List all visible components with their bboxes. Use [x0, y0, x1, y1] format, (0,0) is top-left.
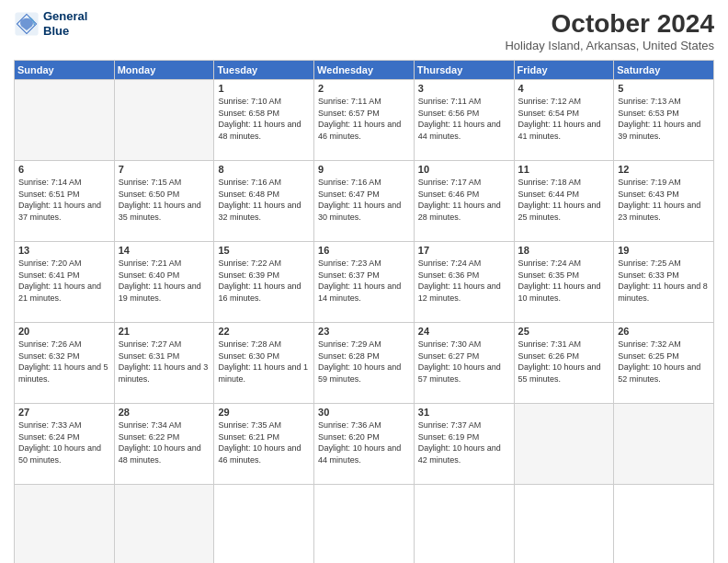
calendar-cell: [114, 80, 214, 161]
weekday-header-thursday: Thursday: [414, 61, 514, 80]
day-info: Sunrise: 7:16 AM Sunset: 6:47 PM Dayligh…: [318, 177, 410, 223]
weekday-header-sunday: Sunday: [15, 61, 115, 80]
calendar-cell: 5Sunrise: 7:13 AM Sunset: 6:53 PM Daylig…: [614, 80, 714, 161]
day-info: Sunrise: 7:24 AM Sunset: 6:36 PM Dayligh…: [418, 258, 510, 304]
calendar-cell: 3Sunrise: 7:11 AM Sunset: 6:56 PM Daylig…: [414, 80, 514, 161]
day-info: Sunrise: 7:34 AM Sunset: 6:22 PM Dayligh…: [119, 419, 210, 465]
logo-text: General Blue: [43, 9, 87, 38]
calendar-cell: 13Sunrise: 7:20 AM Sunset: 6:41 PM Dayli…: [15, 242, 115, 323]
calendar-cell: [614, 485, 714, 564]
calendar-cell: 16Sunrise: 7:23 AM Sunset: 6:37 PM Dayli…: [314, 242, 415, 323]
logo: General Blue: [14, 9, 87, 38]
day-number: 9: [318, 164, 410, 175]
day-info: Sunrise: 7:20 AM Sunset: 6:41 PM Dayligh…: [18, 258, 110, 304]
calendar-cell: 26Sunrise: 7:32 AM Sunset: 6:25 PM Dayli…: [614, 323, 714, 404]
calendar-cell: 14Sunrise: 7:21 AM Sunset: 6:40 PM Dayli…: [114, 242, 214, 323]
calendar-cell: 2Sunrise: 7:11 AM Sunset: 6:57 PM Daylig…: [314, 80, 415, 161]
calendar-cell: [314, 485, 415, 564]
day-info: Sunrise: 7:25 AM Sunset: 6:33 PM Dayligh…: [618, 258, 710, 304]
day-number: 25: [518, 326, 610, 337]
day-info: Sunrise: 7:24 AM Sunset: 6:35 PM Dayligh…: [518, 258, 610, 304]
calendar-cell: 4Sunrise: 7:12 AM Sunset: 6:54 PM Daylig…: [514, 80, 614, 161]
day-info: Sunrise: 7:21 AM Sunset: 6:40 PM Dayligh…: [119, 258, 210, 304]
day-number: 17: [418, 245, 510, 256]
day-info: Sunrise: 7:13 AM Sunset: 6:53 PM Dayligh…: [618, 96, 710, 142]
calendar-cell: 25Sunrise: 7:31 AM Sunset: 6:26 PM Dayli…: [514, 323, 614, 404]
day-number: 10: [418, 164, 510, 175]
calendar-cell: 22Sunrise: 7:28 AM Sunset: 6:30 PM Dayli…: [214, 323, 314, 404]
calendar-cell: 11Sunrise: 7:18 AM Sunset: 6:44 PM Dayli…: [514, 161, 614, 242]
header: General Blue October 2024 Holiday Island…: [14, 9, 714, 52]
calendar-cell: 8Sunrise: 7:16 AM Sunset: 6:48 PM Daylig…: [214, 161, 314, 242]
calendar-cell: 29Sunrise: 7:35 AM Sunset: 6:21 PM Dayli…: [214, 404, 314, 485]
calendar-cell: 27Sunrise: 7:33 AM Sunset: 6:24 PM Dayli…: [15, 404, 115, 485]
calendar-table: SundayMondayTuesdayWednesdayThursdayFrid…: [14, 60, 714, 563]
day-info: Sunrise: 7:27 AM Sunset: 6:31 PM Dayligh…: [119, 339, 210, 385]
calendar-cell: 23Sunrise: 7:29 AM Sunset: 6:28 PM Dayli…: [314, 323, 415, 404]
day-number: 28: [119, 407, 210, 418]
day-number: 11: [518, 164, 610, 175]
calendar-cell: 6Sunrise: 7:14 AM Sunset: 6:51 PM Daylig…: [15, 161, 115, 242]
day-number: 27: [18, 407, 110, 418]
weekday-header-saturday: Saturday: [614, 61, 714, 80]
day-info: Sunrise: 7:35 AM Sunset: 6:21 PM Dayligh…: [218, 419, 310, 465]
page-container: General Blue October 2024 Holiday Island…: [0, 0, 728, 563]
location: Holiday Island, Arkansas, United States: [505, 39, 714, 52]
day-number: 5: [618, 83, 710, 94]
weekday-header-tuesday: Tuesday: [214, 61, 314, 80]
day-number: 13: [18, 245, 110, 256]
day-number: 24: [418, 326, 510, 337]
day-number: 22: [218, 326, 310, 337]
day-info: Sunrise: 7:12 AM Sunset: 6:54 PM Dayligh…: [518, 96, 610, 142]
calendar-cell: [15, 485, 115, 564]
weekday-header-friday: Friday: [514, 61, 614, 80]
day-number: 29: [218, 407, 310, 418]
day-info: Sunrise: 7:14 AM Sunset: 6:51 PM Dayligh…: [18, 177, 110, 223]
day-info: Sunrise: 7:33 AM Sunset: 6:24 PM Dayligh…: [18, 419, 110, 465]
weekday-header-row: SundayMondayTuesdayWednesdayThursdayFrid…: [15, 61, 714, 80]
calendar-cell: 18Sunrise: 7:24 AM Sunset: 6:35 PM Dayli…: [514, 242, 614, 323]
day-info: Sunrise: 7:36 AM Sunset: 6:20 PM Dayligh…: [318, 419, 410, 465]
day-number: 3: [418, 83, 510, 94]
day-number: 8: [218, 164, 310, 175]
day-number: 30: [318, 407, 410, 418]
calendar-cell: [514, 404, 614, 485]
day-info: Sunrise: 7:26 AM Sunset: 6:32 PM Dayligh…: [18, 339, 110, 385]
day-info: Sunrise: 7:15 AM Sunset: 6:50 PM Dayligh…: [119, 177, 210, 223]
calendar-week-row: 27Sunrise: 7:33 AM Sunset: 6:24 PM Dayli…: [15, 404, 714, 485]
day-info: Sunrise: 7:31 AM Sunset: 6:26 PM Dayligh…: [518, 339, 610, 385]
day-number: 14: [119, 245, 210, 256]
day-info: Sunrise: 7:18 AM Sunset: 6:44 PM Dayligh…: [518, 177, 610, 223]
calendar-cell: 10Sunrise: 7:17 AM Sunset: 6:46 PM Dayli…: [414, 161, 514, 242]
day-number: 20: [18, 326, 110, 337]
calendar-week-row: 1Sunrise: 7:10 AM Sunset: 6:58 PM Daylig…: [15, 80, 714, 161]
weekday-header-monday: Monday: [114, 61, 214, 80]
day-info: Sunrise: 7:19 AM Sunset: 6:43 PM Dayligh…: [618, 177, 710, 223]
day-number: 7: [119, 164, 210, 175]
calendar-cell: [514, 485, 614, 564]
day-number: 19: [618, 245, 710, 256]
day-info: Sunrise: 7:22 AM Sunset: 6:39 PM Dayligh…: [218, 258, 310, 304]
day-info: Sunrise: 7:37 AM Sunset: 6:19 PM Dayligh…: [418, 419, 510, 465]
calendar-week-row: 20Sunrise: 7:26 AM Sunset: 6:32 PM Dayli…: [15, 323, 714, 404]
day-info: Sunrise: 7:28 AM Sunset: 6:30 PM Dayligh…: [218, 339, 310, 385]
weekday-header-wednesday: Wednesday: [314, 61, 415, 80]
title-section: October 2024 Holiday Island, Arkansas, U…: [505, 9, 714, 52]
day-info: Sunrise: 7:17 AM Sunset: 6:46 PM Dayligh…: [418, 177, 510, 223]
day-number: 4: [518, 83, 610, 94]
calendar-cell: [614, 404, 714, 485]
day-info: Sunrise: 7:23 AM Sunset: 6:37 PM Dayligh…: [318, 258, 410, 304]
day-number: 26: [618, 326, 710, 337]
day-number: 2: [318, 83, 410, 94]
day-info: Sunrise: 7:11 AM Sunset: 6:56 PM Dayligh…: [418, 96, 510, 142]
day-info: Sunrise: 7:30 AM Sunset: 6:27 PM Dayligh…: [418, 339, 510, 385]
calendar-cell: 19Sunrise: 7:25 AM Sunset: 6:33 PM Dayli…: [614, 242, 714, 323]
day-info: Sunrise: 7:29 AM Sunset: 6:28 PM Dayligh…: [318, 339, 410, 385]
calendar-cell: 31Sunrise: 7:37 AM Sunset: 6:19 PM Dayli…: [414, 404, 514, 485]
calendar-cell: 30Sunrise: 7:36 AM Sunset: 6:20 PM Dayli…: [314, 404, 415, 485]
calendar-cell: 15Sunrise: 7:22 AM Sunset: 6:39 PM Dayli…: [214, 242, 314, 323]
day-number: 23: [318, 326, 410, 337]
month-title: October 2024: [505, 9, 714, 39]
calendar-cell: [114, 485, 214, 564]
calendar-cell: 20Sunrise: 7:26 AM Sunset: 6:32 PM Dayli…: [15, 323, 115, 404]
